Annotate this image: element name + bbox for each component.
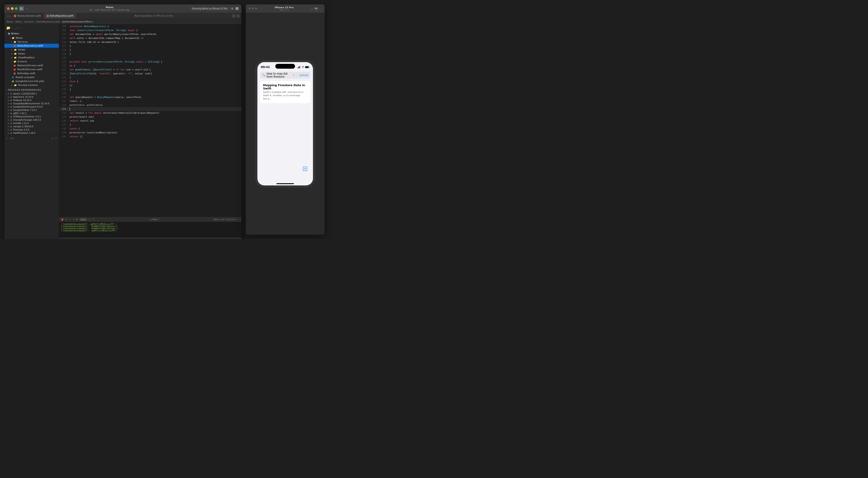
code-content[interactable]: 108 109 114 115 116 117 118 119 120 121 …	[59, 25, 241, 217]
title-bar: ‹ › Notes #1 - Add "Notes for iOS" sampl…	[4, 4, 241, 13]
sidebar-settings-icon[interactable]: ⊕	[52, 137, 53, 139]
nav-back-icon[interactable]: ◁	[6, 14, 8, 18]
sidebar-item-notes-group[interactable]: ▾ 📁 Notes	[4, 36, 59, 40]
package-dependencies-header[interactable]: ▾ Package Dependencies	[4, 87, 59, 92]
pkg-googledatatransport[interactable]: ▶ GoogleDataTransport 9.4.0	[4, 105, 59, 108]
chevron-icon: ▶	[8, 122, 9, 124]
svg-rect-14	[305, 66, 308, 68]
expand-icon[interactable]: ⤢	[238, 218, 239, 220]
svg-rect-6	[236, 7, 237, 10]
filter-label[interactable]: ⌕ Filter	[148, 218, 160, 221]
pkg-dot-icon	[10, 129, 12, 131]
sim-zoom-btn[interactable]	[255, 7, 257, 10]
pkg-swiftprotobuf[interactable]: ▶ SwiftProtobuf 1.26.0	[4, 131, 59, 135]
bc-notes-group[interactable]: Notes	[16, 21, 22, 23]
code-editor: 108 109 114 115 116 117 118 119 120 121 …	[59, 25, 241, 239]
sidebar-item-assets[interactable]: ■ Assets.xcassets	[4, 75, 59, 79]
pkg-firebase[interactable]: ▶ Firebase 10.24.0	[4, 99, 59, 102]
pkg-leveldb[interactable]: ▶ leveldb 1.22.5	[4, 122, 59, 125]
folder-icon-btn[interactable]: 📁	[6, 26, 10, 30]
close-button[interactable]	[7, 7, 10, 10]
code-line-138: catch {	[68, 127, 241, 131]
line-num-127: 127	[59, 83, 68, 88]
chevron-icon: ▾	[11, 61, 12, 63]
pkg-abseil[interactable]: ▶ abseil 1.202401160.1	[4, 92, 59, 95]
nav-forward-icon[interactable]: ▷	[9, 14, 11, 18]
minimize-button[interactable]	[11, 7, 13, 10]
sim-minimize-btn[interactable]	[252, 7, 254, 10]
zoom-button[interactable]	[15, 7, 18, 10]
info-icon[interactable]: ⓘ	[92, 218, 95, 221]
pkg-googleappmeasurement[interactable]: ▶ GoogleAppMeasurement 10.24.0	[4, 102, 59, 105]
sim-close-btn[interactable]	[248, 7, 251, 10]
sidebar-toggle-icon[interactable]	[19, 6, 24, 11]
line-num-126: 126	[59, 79, 68, 83]
bc-notes-proj[interactable]: Notes	[6, 21, 13, 23]
add-filter-button[interactable]: +	[6, 137, 8, 139]
pause-icon[interactable]: ⏸	[65, 218, 67, 220]
code-line-123: let prefilters: [QueryFilter] = if let u…	[68, 68, 241, 72]
canvas-icon[interactable]	[237, 14, 240, 18]
plus-button[interactable]	[230, 7, 234, 10]
sidebar-item-views[interactable]: ▶ 📁 Views	[4, 52, 59, 56]
code-line-122: do {	[68, 64, 241, 68]
pkg-googleutilities[interactable]: ▶ GoogleUtilities 7.13.1	[4, 108, 59, 112]
pkg-interopforgoogle[interactable]: ▶ InteropForGoogle 100.0.0	[4, 118, 59, 122]
sim-screenshot-icon[interactable]: 📷	[314, 7, 318, 10]
bc-services[interactable]: Services	[25, 21, 34, 23]
auto-label[interactable]: Auto	[80, 218, 87, 221]
view-icon[interactable]: ◎	[89, 218, 91, 220]
step-icon[interactable]: ↩	[69, 218, 71, 220]
sidebar-item-noteeditscreen[interactable]: ■ NoteEditScreen.swift	[4, 67, 59, 71]
layout-button[interactable]	[235, 7, 239, 10]
pkg-appcheck[interactable]: ▶ AppCheck 10.19.0	[4, 95, 59, 99]
split-editor-icon[interactable]	[232, 14, 235, 18]
line-num-125: 125	[59, 76, 68, 79]
sidebar-item-services[interactable]: ▾ 📁 Services	[4, 40, 59, 44]
sidebar-item-screens[interactable]: ▾ 📁 Screens	[4, 60, 59, 63]
project-folder-icon: ■	[8, 32, 10, 35]
search-input[interactable]: How to map dat from firestore	[267, 72, 291, 78]
sidebar-item-notesapp[interactable]: ■ NotesApp.swift	[4, 71, 59, 75]
continue-icon[interactable]: ▶	[76, 218, 78, 220]
sim-home-icon[interactable]: ⌂	[311, 7, 313, 10]
sidebar-item-viewmodifiers[interactable]: ▶ 📁 ViewModifiers	[4, 56, 59, 60]
back-button[interactable]: ‹	[25, 7, 27, 10]
code-lines[interactable]: extension NotesRepository { func semanti…	[68, 25, 241, 217]
search-result-card[interactable]: Mapping Firestore Data in Swift Swift's …	[260, 81, 310, 103]
sidebar-info-icon[interactable]: ⓘ	[55, 137, 57, 140]
pkg-promises[interactable]: ▶ Promises 2.4.0	[4, 128, 59, 131]
pkg-grpc[interactable]: ▶ gRPC 1.62.2	[4, 112, 59, 115]
line-num-123: 123	[59, 68, 68, 72]
code-line-140: return []	[68, 135, 241, 139]
sidebar-item-googleservice[interactable]: ■ GoogleService-Info.plist	[4, 79, 59, 83]
search-clear-button[interactable]: ✕	[292, 74, 294, 76]
tab-notes-list-screen[interactable]: NotesListScreen.swift	[11, 13, 43, 19]
bc-file[interactable]: NotesRepository.swift	[36, 21, 60, 23]
forward-button[interactable]: ›	[28, 7, 29, 10]
search-sidebar-icon[interactable]: ⌕	[14, 27, 15, 30]
compose-button[interactable]	[302, 165, 309, 172]
sidebar-item-notes-repository[interactable]: ■ NotesRepository.swift	[4, 44, 59, 48]
bc-method[interactable]: performQuery(searchTerm:)	[62, 21, 93, 23]
sim-settings-icon[interactable]: ⋯	[319, 7, 322, 10]
tab-notes-repository[interactable]: NotesRepository.swift	[44, 13, 76, 19]
issues-icon[interactable]: ⚠	[16, 27, 19, 30]
step-over-icon[interactable]: ↪	[73, 218, 74, 220]
sidebar-item-preview-content[interactable]: ▶ 📁 Preview Content	[4, 83, 59, 87]
code-line-126: else {	[68, 79, 241, 83]
code-line-129	[68, 92, 241, 95]
project-header[interactable]: ▾ ■ Notes	[4, 31, 59, 36]
sidebar-item-model[interactable]: ▶ 📁 Model	[4, 48, 59, 52]
tests-icon[interactable]: ◇	[20, 27, 22, 30]
search-cancel-button[interactable]: Cancel	[299, 74, 308, 77]
sidebar-item-noteslistscreen[interactable]: ■ NotesListScreen.swift	[4, 63, 59, 67]
swift-file-icon: ■	[13, 64, 16, 67]
source-control-icon[interactable]: ⑂	[11, 27, 13, 30]
pkg-gtmsessionfetcher[interactable]: ▶ GTMSessionFetcher 3.4.1	[4, 115, 59, 118]
phone-search-bar[interactable]: 🔍 How to map dat from firestore ✕ Cancel	[260, 72, 310, 79]
pkg-nanopb[interactable]: ▶ nanopb 2.30910.0	[4, 125, 59, 128]
line-col-label: Line: 133 Col: 9	[221, 218, 236, 220]
folder-icon: 📁	[14, 56, 17, 59]
chevron-icon: ▶	[8, 126, 9, 128]
